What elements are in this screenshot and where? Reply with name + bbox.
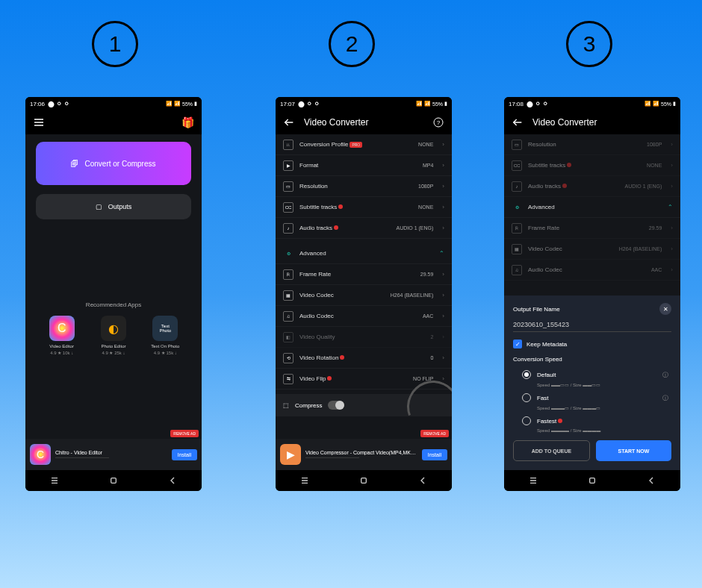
chevron-right-icon: ›	[442, 225, 444, 231]
setting-resolution[interactable]: ▭ Resolution 1080P ›	[276, 176, 452, 197]
home-icon[interactable]	[108, 475, 119, 487]
setting-label: Format	[299, 162, 417, 169]
settings-list-dimmed: ▭ Resolution 1080P › CC Subtitle tracks …	[504, 134, 680, 281]
recommended-app[interactable]: TextPhoto Text On Photo 4.9 ★ 15k ↓	[143, 316, 187, 355]
app-titlebar: Video Converter	[504, 110, 680, 134]
chevron-right-icon: ›	[671, 225, 673, 231]
vcodec-icon: ▦	[512, 244, 522, 254]
setting-label: Frame Rate	[299, 271, 414, 278]
advanced-section-toggle[interactable]: ⚙ Advanced ⌃	[276, 243, 452, 264]
info-icon[interactable]: ⓘ	[662, 394, 668, 402]
back-icon[interactable]	[417, 475, 429, 487]
add-to-queue-button[interactable]: ADD TO QUEUE	[513, 440, 590, 461]
setting-frame-rate[interactable]: ⎘ Frame Rate 29.59 ›	[276, 264, 452, 285]
speed-option-fast[interactable]: Fast ⓘ	[513, 390, 671, 405]
status-bar: 17:08 ⬤ ⭘ ⭘ 📶 📶 55% ▮	[504, 97, 680, 110]
profile-icon: ⎍	[283, 140, 293, 150]
back-arrow-icon[interactable]	[283, 116, 295, 128]
setting-conversion-profile[interactable]: ⎍ Conversion ProfilePRO NONE ›	[276, 134, 452, 155]
notification-icons: ⬤ ⭘ ⭘	[48, 101, 69, 107]
chevron-right-icon: ›	[442, 292, 444, 298]
outputs-button[interactable]: ▢ Outputs	[36, 194, 191, 219]
setting-subtitle-tracks: CC Subtitle tracks NONE ›	[504, 155, 680, 176]
setting-label: Frame Rate	[528, 225, 643, 231]
setting-video-quality[interactable]: ◧ Video Quality 2 ›	[276, 327, 452, 348]
back-arrow-icon[interactable]	[512, 116, 524, 128]
chevron-up-icon: ⌃	[439, 250, 444, 257]
compress-toggle[interactable]	[328, 401, 344, 410]
setting-label: Audio Codec	[299, 313, 417, 319]
close-panel-button[interactable]: ✕	[659, 303, 671, 315]
install-button[interactable]: Install	[422, 449, 447, 460]
setting-label: Resolution	[528, 141, 641, 148]
remove-ad-button[interactable]: REMOVE AD	[170, 430, 199, 437]
status-time: 17:07	[280, 101, 295, 107]
recommended-app[interactable]: ◐ Photo Editor 4.9 ★ 25k ↓	[91, 316, 136, 355]
app-titlebar: Video Converter ?	[276, 110, 452, 134]
recents-icon[interactable]	[527, 475, 539, 487]
setting-format[interactable]: ▶ Format MP4 ›	[276, 155, 452, 176]
chevron-right-icon: ›	[442, 271, 444, 278]
speed-option-fastest[interactable]: Fastest	[513, 413, 671, 428]
page-title: Video Converter	[532, 117, 673, 128]
setting-label: Audio tracks	[299, 225, 332, 231]
resolution-icon: ▭	[512, 140, 522, 150]
keep-metadata-checkbox[interactable]: ✓ Keep Metadata	[513, 340, 671, 348]
convert-label: Convert or Compress	[84, 160, 155, 168]
svg-rect-18	[590, 478, 595, 484]
radio-icon	[522, 416, 531, 425]
option-subtext: Speed ▬▬▬▭ / Size ▬▬▬▭	[537, 405, 671, 410]
hamburger-menu-icon[interactable]	[33, 116, 45, 128]
filename-input[interactable]: 20230610_155423	[513, 321, 671, 332]
setting-value: 29.59	[649, 225, 662, 231]
recommended-app[interactable]: C Video Editor 4.9 ★ 10k ↓	[40, 316, 84, 355]
ad-banner[interactable]: REMOVE AD C Chitro - Video Editor ——————…	[25, 439, 202, 470]
app-icon: ◐	[101, 316, 126, 341]
app-name: Text On Photo	[143, 344, 187, 348]
notification-icons: ⬤ ⭘ ⭘	[526, 101, 548, 107]
setting-value: H264 (BASELINE)	[619, 246, 662, 251]
chevron-right-icon: ›	[442, 183, 444, 190]
vcodec-icon: ▦	[283, 290, 293, 301]
setting-video-codec[interactable]: ▦ Video Codec H264 (BASELINE) ›	[276, 285, 452, 306]
signal-icons: 📶 📶	[644, 101, 659, 107]
chevron-right-icon: ›	[442, 162, 444, 169]
chevron-right-icon: ›	[671, 245, 673, 252]
setting-video-rotation[interactable]: ⟲ Video Rotation 0 ›	[276, 348, 452, 369]
pro-badge: PRO	[350, 142, 362, 148]
start-now-button[interactable]: START NOW	[596, 440, 671, 461]
setting-value: 29.59	[420, 272, 434, 277]
status-bar: 17:06 ⬤ ⭘ ⭘ 📶 📶 55% ▮	[25, 97, 202, 110]
option-label: Fastest	[537, 418, 556, 425]
setting-audio-tracks[interactable]: ♪ Audio tracks AUDIO 1 (ENG) ›	[276, 218, 452, 239]
phone-screenshot-2: 17:07 ⬤ ⭘ ⭘ 📶 📶 55% ▮ Video Converter ? …	[276, 97, 452, 491]
recents-icon[interactable]	[299, 475, 311, 487]
convert-compress-button[interactable]: 🗐 Convert or Compress	[36, 142, 191, 185]
option-subtext: Speed ▬▬▭▭ / Size ▬▬▭▭	[537, 382, 671, 387]
home-icon[interactable]	[586, 475, 598, 487]
setting-value: AUDIO 1 (ENG)	[625, 184, 662, 189]
install-button[interactable]: Install	[172, 449, 197, 460]
home-icon[interactable]	[358, 475, 370, 487]
back-icon[interactable]	[167, 475, 178, 487]
setting-subtitle-tracks[interactable]: CC Subtitle tracks NONE ›	[276, 197, 452, 218]
ad-banner[interactable]: REMOVE AD ▶ Video Compressor - Compact V…	[276, 439, 452, 470]
setting-label: Video Rotation	[299, 354, 338, 361]
remove-ad-button[interactable]: REMOVE AD	[420, 430, 449, 437]
setting-value: 0	[430, 355, 433, 360]
app-rating: 4.9 ★ 15k ↓	[143, 350, 187, 355]
chevron-right-icon: ›	[442, 354, 444, 361]
alert-dot-icon	[340, 355, 344, 360]
ad-title: Video Compressor - Compact Video(MP4,MKV…	[305, 450, 417, 455]
app-icon: TextPhoto	[152, 316, 178, 341]
back-icon[interactable]	[645, 475, 657, 487]
recents-icon[interactable]	[49, 475, 60, 487]
info-icon[interactable]: ⓘ	[662, 371, 668, 379]
gift-icon[interactable]: 🎁	[181, 116, 194, 128]
ad-app-icon: C	[30, 444, 51, 465]
setting-label: Video Flip	[299, 375, 326, 382]
help-icon[interactable]: ?	[432, 116, 444, 128]
setting-value: NONE	[418, 204, 433, 210]
setting-audio-codec[interactable]: ♫ Audio Codec AAC ›	[276, 306, 452, 327]
speed-option-default[interactable]: Default ⓘ	[513, 367, 671, 382]
